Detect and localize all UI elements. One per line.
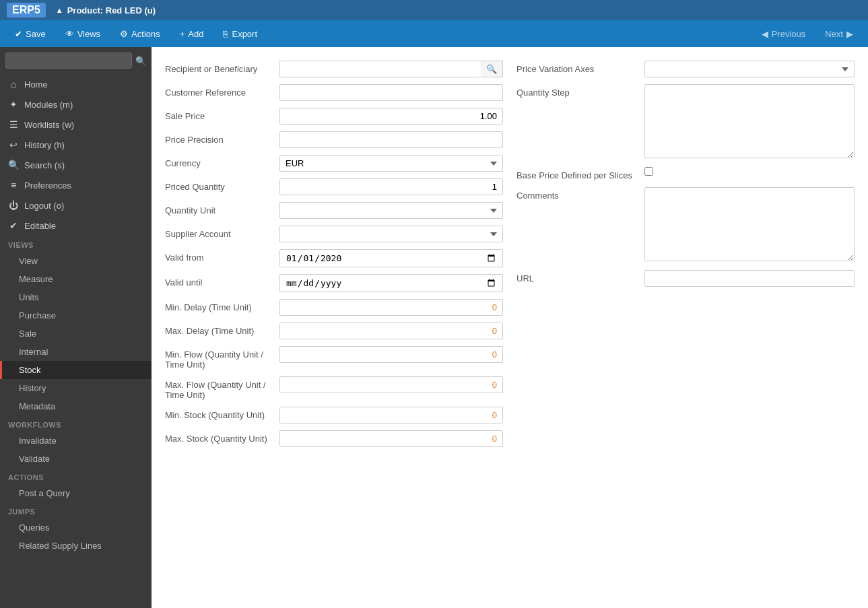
max-flow-input[interactable]	[279, 376, 503, 393]
valid-until-input[interactable]	[279, 274, 503, 292]
erp5-logo: ERP5	[7, 3, 46, 18]
valid-until-row: Valid until	[165, 274, 503, 292]
currency-label: Currency	[165, 155, 273, 168]
max-flow-field	[279, 376, 503, 393]
save-button[interactable]: ✔ Save	[7, 26, 54, 42]
sidebar-item-logout[interactable]: ⏻ Logout (o)	[0, 195, 152, 215]
previous-button[interactable]: ◀ Previous	[754, 26, 814, 42]
page-title-text: Product: Red LED (u)	[67, 5, 156, 15]
customer-ref-field	[279, 84, 503, 101]
sidebar-item-label: Preferences	[24, 180, 71, 191]
sidebar-search: 🔍	[0, 47, 152, 74]
max-stock-input[interactable]	[279, 430, 503, 447]
price-precision-row: Price Precision	[165, 131, 503, 148]
sidebar-item-label: History (h)	[24, 140, 65, 150]
sidebar-item-sale[interactable]: Sale	[0, 325, 152, 343]
price-precision-input[interactable]	[279, 131, 503, 148]
search-icon[interactable]: 🔍	[135, 56, 146, 66]
modules-icon: ✦	[8, 99, 19, 110]
price-variation-select[interactable]	[644, 61, 855, 77]
sidebar-item-label: Home	[24, 79, 48, 90]
min-delay-input[interactable]	[279, 299, 503, 316]
max-stock-field	[279, 430, 503, 447]
supplier-account-select[interactable]	[279, 226, 503, 242]
sidebar-item-related-supply[interactable]: Related Supply Lines	[0, 537, 152, 555]
min-flow-input[interactable]	[279, 346, 503, 363]
next-button[interactable]: Next ▶	[817, 26, 861, 42]
priced-qty-field	[279, 178, 503, 195]
export-label: Export	[232, 29, 257, 39]
left-form-section: Recipient or Beneficiary 🔍 Customer Refe…	[165, 61, 503, 454]
min-stock-input[interactable]	[279, 407, 503, 424]
sale-price-input[interactable]	[279, 108, 503, 125]
logout-icon: ⏻	[8, 200, 19, 211]
valid-from-input[interactable]	[279, 249, 503, 267]
supplier-account-label: Supplier Account	[165, 226, 273, 239]
next-icon: ▶	[846, 29, 853, 39]
search-input[interactable]	[5, 53, 132, 69]
previous-label: Previous	[772, 29, 806, 39]
sidebar-item-label: Search (s)	[24, 160, 65, 170]
valid-from-field	[279, 249, 503, 267]
recipient-search-button[interactable]: 🔍	[481, 61, 503, 77]
save-label: Save	[26, 29, 46, 39]
comments-row: Comments	[516, 187, 855, 263]
sidebar-item-editable[interactable]: ✔ Editable	[0, 215, 152, 236]
url-row: URL	[516, 270, 855, 287]
min-flow-label: Min. Flow (Quantity Unit / Time Unit)	[165, 346, 273, 370]
sidebar-item-history-view[interactable]: History	[0, 379, 152, 397]
export-button[interactable]: ⎘ Export	[215, 26, 265, 42]
quantity-step-field	[644, 84, 855, 160]
sidebar-item-metadata[interactable]: Metadata	[0, 397, 152, 415]
valid-from-label: Valid from	[165, 249, 273, 263]
actions-label: Actions	[131, 29, 160, 39]
next-label: Next	[825, 29, 843, 39]
sidebar-item-home[interactable]: ⌂ Home	[0, 74, 152, 94]
history-icon: ↩	[8, 139, 19, 150]
sidebar-item-history[interactable]: ↩ History (h)	[0, 135, 152, 155]
preferences-icon: ≡	[8, 180, 19, 191]
comments-field	[644, 187, 855, 263]
actions-button[interactable]: ⚙ Actions	[112, 26, 168, 42]
workflows-section-header: WORKFLOWS	[0, 415, 152, 432]
price-variation-row: Price Variation Axes	[516, 61, 855, 77]
sidebar-item-validate[interactable]: Validate	[0, 450, 152, 468]
recipient-input-wrapper: 🔍	[279, 61, 503, 77]
sidebar-item-purchase[interactable]: Purchase	[0, 306, 152, 325]
quantity-unit-select[interactable]	[279, 202, 503, 219]
min-stock-row: Min. Stock (Quantity Unit)	[165, 407, 503, 424]
sidebar-item-stock[interactable]: Stock	[0, 361, 152, 379]
sidebar-item-label: Logout (o)	[24, 201, 64, 211]
url-input[interactable]	[644, 270, 855, 287]
sidebar-item-post-query[interactable]: Post a Query	[0, 484, 152, 502]
sidebar-item-label: Worklists (w)	[24, 120, 74, 130]
sidebar-item-search[interactable]: 🔍 Search (s)	[0, 155, 152, 175]
toolbar-nav: ◀ Previous Next ▶	[754, 26, 861, 42]
views-button[interactable]: 👁 Views	[57, 26, 108, 42]
valid-from-row: Valid from	[165, 249, 503, 267]
recipient-input[interactable]	[279, 61, 481, 77]
sidebar-item-preferences[interactable]: ≡ Preferences	[0, 175, 152, 195]
sidebar: 🔍 ⌂ Home ✦ Modules (m) ☰ Worklists (w) ↩…	[0, 47, 152, 608]
sidebar-item-units[interactable]: Units	[0, 288, 152, 306]
sidebar-item-modules[interactable]: ✦ Modules (m)	[0, 94, 152, 114]
max-delay-input[interactable]	[279, 323, 503, 339]
sidebar-item-measure[interactable]: Measure	[0, 270, 152, 288]
sidebar-item-label: Editable	[24, 221, 56, 231]
min-stock-field	[279, 407, 503, 424]
comments-textarea[interactable]	[644, 187, 855, 261]
sidebar-item-queries[interactable]: Queries	[0, 518, 152, 537]
recipient-field: 🔍	[279, 61, 503, 77]
customer-ref-input[interactable]	[279, 84, 503, 101]
max-delay-row: Max. Delay (Time Unit)	[165, 323, 503, 339]
sidebar-item-view[interactable]: View	[0, 252, 152, 270]
priced-qty-input[interactable]	[279, 178, 503, 195]
currency-select[interactable]: EUR USD GBP	[279, 155, 503, 172]
sidebar-item-internal[interactable]: Internal	[0, 343, 152, 361]
actions-icon: ⚙	[120, 29, 128, 39]
sidebar-item-invalidate[interactable]: Invalidate	[0, 432, 152, 450]
quantity-step-textarea[interactable]	[644, 84, 855, 158]
base-price-checkbox[interactable]	[644, 167, 653, 176]
sidebar-item-worklists[interactable]: ☰ Worklists (w)	[0, 114, 152, 135]
add-button[interactable]: + Add	[172, 26, 212, 42]
